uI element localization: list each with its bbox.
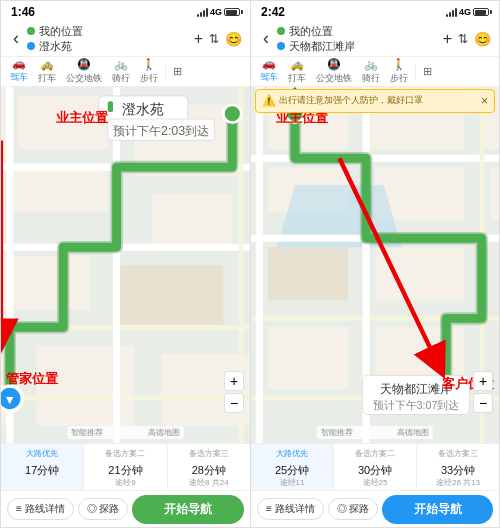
user-btn-left[interactable]: 😊	[225, 31, 242, 47]
route-detail-1-right: 途经11	[280, 477, 305, 488]
map-svg-left: ▼ 澄水苑 预计下午2:03到达 N S	[1, 87, 250, 443]
tab-more-left[interactable]: ⊞	[168, 63, 187, 81]
guanjia-label-left: 管家位置	[6, 370, 58, 388]
bar4	[206, 8, 208, 17]
tab-taxi-left[interactable]: 🚕 打车	[33, 57, 61, 87]
bar3	[203, 10, 205, 17]
settings-btn-right[interactable]: ⇅	[458, 32, 468, 46]
yewu-label-left: 业主位置	[56, 109, 108, 127]
route-options-right: 大路优先 25分钟 途经11 备选方案二 30分钟 途经25 备选方案三 33分…	[251, 444, 499, 491]
destination-label-left: 澄水苑	[39, 39, 72, 54]
route-option-2-right[interactable]: 备选方案二 30分钟 途经25	[334, 444, 417, 490]
battery-left	[224, 8, 240, 16]
taxi-icon-left: 🚕	[40, 58, 54, 71]
tab-walk-left[interactable]: 🚶 步行	[135, 57, 163, 87]
route-time-3-right: 33分钟	[441, 461, 475, 477]
signal-bars-left	[197, 8, 208, 17]
bottom-actions-right: ≡ 路线详情 ◎ 探路 开始导航	[251, 491, 499, 527]
route-detail-3-left: 途经8 共24	[189, 477, 229, 488]
alert-text: 出行请注意加强个人防护，戴好口罩	[279, 94, 423, 107]
explore-btn-right[interactable]: ◎ 探路	[328, 498, 379, 520]
nav-actions-left: + ⇅ 😊	[194, 30, 242, 48]
bike-icon-left: 🚲	[114, 58, 128, 71]
tab-bike-right[interactable]: 🚲 骑行	[357, 57, 385, 87]
alert-close-btn[interactable]: ×	[481, 94, 488, 108]
route-time-2-right: 30分钟	[358, 461, 392, 477]
transit-icon-left: 🚇	[77, 58, 91, 71]
panel-left: 1:46 4G ‹ 我的位置	[0, 0, 250, 528]
taxi-label-right: 打车	[288, 72, 306, 85]
bottom-actions-left: ≡ 路线详情 ◎ 探路 开始导航	[1, 491, 250, 527]
mode-tabs-left: 🚗 驾车 🚕 打车 🚇 公交地铁 🚲 骑行 🚶 步行 ⊞	[1, 57, 250, 87]
blue-dot-left	[27, 42, 35, 50]
nav-bar-right: ‹ 我的位置 天物都江滩岸 + ⇅ 😊	[251, 21, 499, 57]
my-location-right: 我的位置	[277, 24, 443, 39]
back-button-left[interactable]: ‹	[9, 28, 23, 49]
nav-location-right: 我的位置 天物都江滩岸	[277, 24, 443, 54]
route-option-3-right[interactable]: 备选方案三 33分钟 途经26 共13	[417, 444, 499, 490]
svg-rect-41	[491, 167, 499, 220]
zoom-in-right[interactable]: +	[473, 371, 493, 391]
tab-transit-right[interactable]: 🚇 公交地铁	[311, 57, 357, 87]
destination-label-right: 天物都江滩岸	[289, 39, 355, 54]
route-detail-3-right: 途经26 共13	[436, 477, 480, 488]
back-button-right[interactable]: ‹	[259, 28, 273, 49]
drive-icon-left: 🚗	[12, 57, 26, 70]
bar3r	[452, 10, 454, 17]
more-icon-left: ⊞	[173, 65, 182, 78]
tab-bike-left[interactable]: 🚲 骑行	[107, 57, 135, 87]
walk-icon-right: 🚶	[392, 58, 406, 71]
route-detail-btn-left[interactable]: ≡ 路线详情	[7, 498, 74, 520]
tab-taxi-right[interactable]: 🚕 打车	[283, 57, 311, 87]
drive-icon-right: 🚗	[262, 57, 276, 70]
my-location-left: 我的位置	[27, 24, 194, 39]
svg-text:预计下午3:07到达: 预计下午3:07到达	[373, 399, 460, 411]
zoom-in-left[interactable]: +	[224, 371, 244, 391]
transit-label-right: 公交地铁	[316, 72, 352, 85]
route-detail-btn-right[interactable]: ≡ 路线详情	[257, 498, 324, 520]
map-right: 天物都江滩岸 预计下午3:07到达 N S ⚠️ 出行请注意加强个人防护，戴好口…	[251, 87, 499, 443]
tab-walk-right[interactable]: 🚶 步行	[385, 57, 413, 87]
svg-text:预计下午2:03到达: 预计下午2:03到达	[113, 124, 209, 138]
zoom-out-right[interactable]: −	[473, 393, 493, 413]
status-icons-right: 4G	[446, 7, 489, 17]
nav-bar-left: ‹ 我的位置 澄水苑 + ⇅ 😊	[1, 21, 250, 57]
green-dot-left	[27, 27, 35, 35]
route-time-3-left: 28分钟	[192, 461, 226, 477]
svg-rect-8	[1, 256, 90, 309]
route-time-2-left: 21分钟	[108, 461, 142, 477]
tab-sep-left	[165, 64, 166, 80]
tab-drive-left[interactable]: 🚗 驾车	[5, 57, 33, 87]
my-location-label-left: 我的位置	[39, 24, 83, 39]
tab-more-right[interactable]: ⊞	[418, 63, 437, 81]
add-btn-left[interactable]: +	[194, 30, 203, 48]
route-detail-2-right: 途经25	[363, 477, 388, 488]
route-option-2-left[interactable]: 备选方案二 21分钟 途经9	[84, 444, 167, 490]
svg-text:澄水苑: 澄水苑	[122, 101, 164, 117]
alert-icon: ⚠️	[262, 94, 276, 107]
bar1	[197, 14, 199, 17]
route-option-3-left[interactable]: 备选方案三 28分钟 途经8 共24	[168, 444, 250, 490]
battery-right	[473, 8, 489, 16]
settings-btn-left[interactable]: ⇅	[209, 32, 219, 46]
main-container: 1:46 4G ‹ 我的位置	[0, 0, 500, 528]
panel-right: 2:42 4G ‹ 我的位置	[250, 0, 500, 528]
route-option-1-left[interactable]: 大路优先 17分钟	[1, 444, 84, 490]
navigate-btn-left[interactable]: 开始导航	[132, 495, 244, 524]
route-label-3-left: 备选方案三	[189, 448, 229, 459]
route-label-3-right: 备选方案三	[438, 448, 478, 459]
user-btn-right[interactable]: 😊	[474, 31, 491, 47]
time-right: 2:42	[261, 5, 285, 19]
destination-right: 天物都江滩岸	[277, 39, 443, 54]
tab-drive-right[interactable]: 🚗 驾车	[255, 57, 283, 87]
route-time-1-right: 25分钟	[275, 461, 309, 477]
map-left: ▼ 澄水苑 预计下午2:03到达 N S	[1, 87, 250, 443]
route-option-1-right[interactable]: 大路优先 25分钟 途经11	[251, 444, 334, 490]
green-dot-right	[277, 27, 285, 35]
tab-transit-left[interactable]: 🚇 公交地铁	[61, 57, 107, 87]
zoom-out-left[interactable]: −	[224, 393, 244, 413]
add-btn-right[interactable]: +	[443, 30, 452, 48]
explore-btn-left[interactable]: ◎ 探路	[78, 498, 129, 520]
status-icons-left: 4G	[197, 7, 240, 17]
navigate-btn-right[interactable]: 开始导航	[382, 495, 493, 524]
